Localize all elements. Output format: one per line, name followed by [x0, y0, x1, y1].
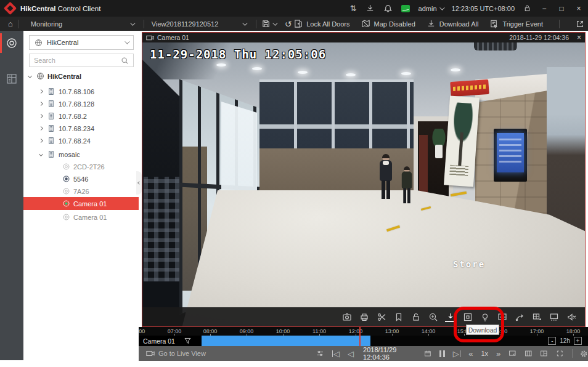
maximize-button[interactable]: □ [557, 4, 566, 13]
search-icon [121, 57, 129, 65]
speed-up-button[interactable]: » [496, 349, 500, 358]
panel-collapse-handle[interactable] [136, 171, 142, 195]
timeline-playhead[interactable] [359, 327, 361, 346]
video-toolbar [142, 307, 585, 326]
tree-node-camera[interactable]: 7A26 [23, 185, 139, 198]
timeline-track[interactable]: Camera 01 [139, 336, 588, 346]
close-button[interactable]: × [574, 4, 583, 13]
site-selector[interactable]: HikCentral [29, 35, 134, 50]
audio-off-button[interactable] [566, 312, 576, 322]
tree-label: 10.7.68.106 [59, 88, 94, 95]
close-all-views-icon[interactable] [508, 349, 517, 358]
module-dropdown[interactable]: Monitoring [23, 20, 139, 28]
go-to-live-button[interactable]: Go to Live View [146, 350, 206, 357]
module-rail [0, 31, 23, 360]
download-center-icon[interactable] [365, 4, 375, 13]
reverse-play-button[interactable]: ◁ [348, 349, 354, 358]
trigger-event-label: Trigger Event [502, 20, 543, 28]
store-sign: Store [453, 259, 485, 269]
add-to-view-button[interactable] [531, 312, 542, 322]
device-icon [47, 87, 55, 95]
download-button[interactable] [445, 312, 455, 322]
chevron-right-icon[interactable] [39, 139, 43, 143]
search-input[interactable] [34, 57, 114, 64]
recording-segment[interactable] [202, 336, 370, 346]
video-canvas[interactable]: 11-29-2018 Thu 12:05:06 Store [142, 42, 585, 326]
download-all-button[interactable]: Download All [427, 19, 479, 28]
settings-gear-icon[interactable] [580, 349, 588, 358]
sync-playback-icon[interactable] [316, 349, 324, 358]
split-view-icon[interactable] [540, 349, 548, 358]
alarm-bell-icon[interactable] [383, 4, 393, 13]
tree-node-camera[interactable]: 5546 [23, 172, 139, 185]
capture-button[interactable] [341, 312, 352, 322]
pause-button[interactable] [439, 350, 445, 357]
smart-view-button[interactable] [497, 312, 507, 322]
supplement-light-button[interactable] [480, 312, 490, 322]
window-division-icon[interactable] [525, 349, 533, 358]
tag-button[interactable] [393, 312, 404, 322]
clip-button[interactable] [376, 312, 386, 322]
reset-view-button[interactable]: ↺ [285, 19, 292, 29]
fullscreen-icon[interactable] [556, 349, 564, 358]
tree-node-device[interactable]: 10.7.68.2 [23, 110, 139, 123]
tree-node-device[interactable]: 10.7.68.24 [23, 134, 139, 147]
chevron-right-icon[interactable] [39, 114, 43, 118]
network-status-icon[interactable] [401, 5, 410, 12]
timeline-camera-chip: Camera 01 [139, 336, 202, 346]
tree-node-camera[interactable]: 2CD-2T26 [23, 160, 139, 173]
single-frame-forward-button[interactable]: ▷ [453, 349, 461, 358]
camera-icon [62, 200, 70, 208]
home-icon[interactable]: ⌂ [8, 19, 13, 28]
go-to-live-label: Go to Live View [158, 350, 206, 357]
track-button[interactable] [514, 312, 525, 322]
lock-button[interactable] [410, 312, 421, 322]
timeline-zoom-in-button[interactable]: + [574, 337, 582, 345]
trigger-event-icon [489, 19, 499, 28]
tree-node-camera-selected[interactable]: Camera 01 [23, 197, 139, 210]
video-tile[interactable]: Camera 01 2018-11-29 12:04:36 × [142, 32, 586, 327]
chevron-right-icon[interactable] [39, 126, 43, 131]
pop-out-icon[interactable] [576, 20, 584, 28]
ceiling-light [451, 68, 460, 71]
search-box[interactable] [29, 54, 134, 67]
playback-control-bar: Go to Live View ◁ ◁ 2018/11/29 12:04:36 … [139, 346, 588, 361]
person-walking [401, 167, 412, 201]
map-disabled-button[interactable]: Map Disabled [361, 19, 415, 28]
speed-down-button[interactable]: « [468, 349, 473, 358]
print-button[interactable] [359, 312, 369, 322]
lock-screen-icon[interactable] [523, 4, 531, 12]
rail-item-monitoring[interactable] [0, 31, 23, 55]
lock-all-doors-button[interactable]: Lock All Doors [293, 19, 349, 28]
timeline-zoom-out-button[interactable]: - [548, 337, 556, 345]
tree-node-device[interactable]: 10.7.68.106 [23, 85, 139, 98]
chevron-down-icon[interactable] [27, 74, 31, 78]
camera-icon [62, 187, 70, 195]
tree-node-device[interactable]: 10.7.68.234 [23, 122, 139, 135]
rail-item-views[interactable] [0, 67, 23, 91]
calendar-icon[interactable] [424, 349, 431, 358]
fisheye-button[interactable] [462, 312, 473, 322]
tree-label: 2CD-2T26 [73, 163, 105, 171]
tree-node-device-mosaic[interactable]: mosaic [23, 148, 139, 161]
tree-node-camera[interactable]: Camera 01 [23, 211, 139, 224]
filter-icon[interactable] [184, 337, 192, 345]
user-menu[interactable]: admin [419, 5, 443, 12]
chevron-right-icon[interactable] [39, 89, 43, 94]
chevron-down-icon[interactable] [39, 152, 43, 156]
view-dropdown[interactable]: View20181129120512 [149, 20, 251, 28]
single-frame-back-button[interactable]: ◁ [332, 349, 340, 358]
tree-node-site[interactable]: HikCentral [23, 70, 139, 83]
person-walking [378, 155, 394, 208]
trigger-event-button[interactable]: Trigger Event [489, 19, 543, 28]
digital-zoom-button[interactable] [428, 312, 438, 322]
thumbnail-bar-button[interactable] [549, 312, 559, 322]
timeline[interactable]: 06:00 07:00 08:00 09:00 10:00 11:00 12:0… [139, 327, 588, 346]
save-view-button[interactable] [261, 19, 276, 28]
download-all-label: Download All [439, 20, 479, 28]
updown-arrows-icon[interactable]: ⇅ [350, 4, 357, 13]
minimize-button[interactable]: − [540, 4, 549, 13]
close-icon[interactable]: × [577, 33, 581, 42]
chevron-right-icon[interactable] [39, 102, 43, 106]
tree-node-device[interactable]: 10.7.68.128 [23, 97, 139, 110]
